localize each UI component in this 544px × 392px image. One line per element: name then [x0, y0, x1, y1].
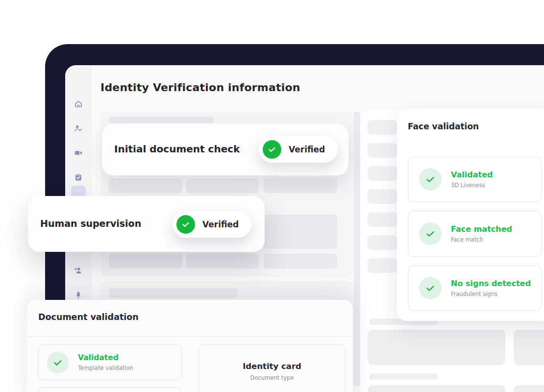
- sidebar-item-checks[interactable]: [74, 173, 83, 182]
- verified-badge: Verified: [173, 211, 251, 238]
- skeleton-block: [514, 385, 544, 392]
- check-circle-icon: [419, 277, 442, 299]
- skeleton-pill: [368, 212, 397, 227]
- skeleton-block: [186, 254, 259, 269]
- clipboard-check-icon: [74, 173, 83, 182]
- skeleton-bar: [109, 117, 214, 123]
- document-type-value: Identity card: [199, 362, 345, 371]
- column-divider: [354, 112, 360, 386]
- face-validation-card: Face validation Validated 3D Liveness: [397, 109, 544, 321]
- row-subtitle: 3D Liveness: [451, 182, 493, 189]
- check-circle-icon: [47, 352, 69, 373]
- page-title: Identity Verification information: [100, 81, 300, 94]
- row-subtitle: Face match: [451, 236, 512, 243]
- user-check-icon: [74, 124, 83, 133]
- document-type-label: Document type: [199, 374, 345, 381]
- document-validation-row-partial: [38, 387, 182, 392]
- check-icon: [268, 145, 276, 154]
- row-title: Face matched: [451, 224, 512, 234]
- check-icon: [425, 283, 436, 294]
- skeleton-block: [264, 178, 337, 193]
- sidebar-item-launch[interactable]: [74, 291, 83, 299]
- check-circle-icon: [419, 168, 442, 191]
- document-validation-title: Document validation: [38, 312, 139, 322]
- check-circle-icon: [263, 140, 281, 159]
- row-title: Validated: [78, 353, 133, 362]
- card-title: Human supervision: [40, 218, 141, 229]
- skeleton-block: [186, 178, 259, 193]
- human-supervision-card: Human supervision Verified: [28, 196, 265, 252]
- skeleton-block: [368, 330, 505, 365]
- check-icon: [181, 220, 190, 229]
- video-icon: [74, 148, 83, 157]
- skeleton-block: [514, 330, 544, 365]
- sidebar-item-home[interactable]: [74, 99, 83, 108]
- check-icon: [52, 357, 63, 368]
- check-icon: [425, 174, 436, 185]
- home-icon: [74, 99, 83, 108]
- card-title: Initial document check: [114, 143, 240, 155]
- user-add-icon: [74, 266, 83, 275]
- verified-label: Verified: [202, 220, 239, 229]
- row-subtitle: Fraudulent signs: [451, 291, 531, 297]
- row-title: Validated: [451, 170, 493, 179]
- face-validation-row-face-match: Face matched Face match: [408, 211, 542, 257]
- document-type-card: Identity card Document type: [198, 344, 346, 392]
- face-validation-row-fraud: No signs detected Fraudulent signs: [408, 266, 542, 311]
- row-subtitle: Template validation: [78, 365, 133, 371]
- row-title: No signs detected: [451, 279, 531, 288]
- face-validation-row-liveness: Validated 3D Liveness: [408, 157, 542, 202]
- sidebar-item-recordings[interactable]: [74, 148, 83, 157]
- verified-label: Verified: [289, 145, 325, 154]
- skeleton-pill: [368, 258, 397, 273]
- skeleton-pill: [369, 373, 438, 380]
- check-circle-icon: [176, 215, 195, 234]
- document-validation-row-template: Validated Template validation: [38, 344, 182, 380]
- sidebar-item-users[interactable]: [74, 266, 83, 275]
- page: Identity Verification information: [0, 0, 544, 392]
- skeleton-block: [264, 215, 337, 249]
- rocket-icon: [74, 291, 83, 299]
- skeleton-pill: [368, 120, 397, 135]
- skeleton-pill: [368, 189, 397, 204]
- skeleton-pill: [368, 235, 397, 250]
- face-validation-title: Face validation: [408, 122, 479, 131]
- skeleton-block: [264, 254, 337, 269]
- skeleton-block: [109, 178, 182, 193]
- divider: [27, 336, 353, 337]
- skeleton-bar: [109, 288, 238, 298]
- check-icon: [425, 228, 436, 239]
- skeleton-pill: [368, 166, 397, 181]
- skeleton-block: [109, 254, 182, 269]
- initial-document-check-card: Initial document check Verified: [102, 123, 348, 175]
- skeleton-pill: [368, 143, 397, 158]
- skeleton-block: [368, 385, 505, 392]
- sidebar-item-verification[interactable]: [74, 124, 83, 133]
- check-circle-icon: [419, 222, 442, 245]
- verified-badge: Verified: [259, 136, 338, 163]
- document-validation-panel: Document validation Validated Template v…: [27, 300, 353, 392]
